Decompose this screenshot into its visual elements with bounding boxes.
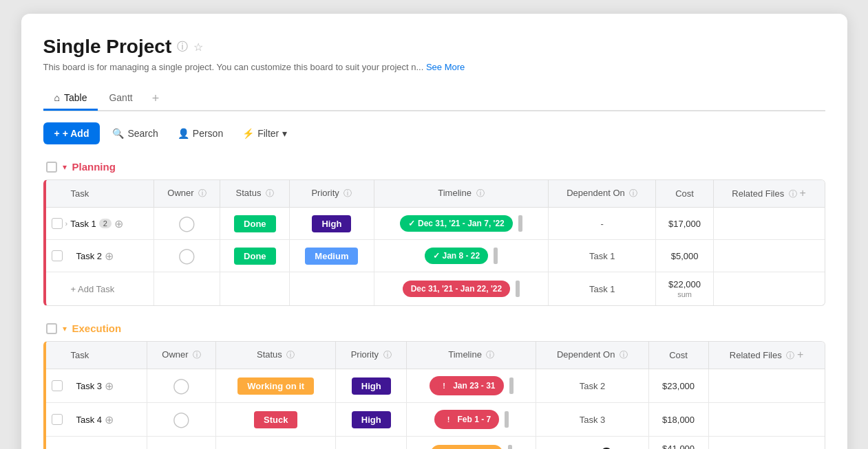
th-cost: Cost: [656, 180, 713, 208]
th-owner: Owner ⓘ: [154, 180, 220, 208]
related-files-add[interactable]: +: [797, 349, 803, 360]
planning-title: Planning: [72, 161, 116, 173]
task-name: Task 3: [65, 381, 103, 391]
timeline-bar[interactable]: [505, 411, 509, 428]
dependent-on: Task 1: [589, 251, 615, 261]
planning-section: ▾ Planning Task Owner ⓘ Status ⓘ Priorit…: [43, 161, 825, 306]
task-add-icon[interactable]: ⊕: [114, 217, 123, 230]
planning-table: Task Owner ⓘ Status ⓘ Priority ⓘ Timelin…: [46, 180, 825, 305]
row-checkbox[interactable]: [52, 380, 63, 391]
row-checkbox[interactable]: [52, 414, 63, 425]
add-task-row: + Add Task Dec 31, '21 - Jan 22, '22: [46, 272, 825, 306]
add-task-cell[interactable]: + Add Task: [46, 437, 147, 450]
priority-badge: High: [352, 411, 391, 428]
related-files-add[interactable]: +: [799, 187, 805, 199]
task-cell: Task 2 ⊕: [46, 240, 154, 272]
owner-cell: ◯: [147, 369, 216, 403]
exclaim-icon: !: [438, 380, 450, 392]
main-card: Single Project ⓘ ☆ This board is for man…: [21, 14, 847, 449]
dependent-on: -: [601, 219, 604, 229]
expand-icon[interactable]: ›: [65, 219, 68, 228]
th-priority: Priority ⓘ: [290, 180, 374, 208]
task-name: Task 1: [70, 219, 96, 229]
task-cell: › Task 1 2 ⊕: [46, 208, 154, 240]
add-task-cell[interactable]: + Add Task: [46, 272, 154, 306]
star-icon[interactable]: ☆: [193, 41, 203, 54]
status-badge: Done: [234, 215, 276, 232]
execution-checkbox[interactable]: [46, 323, 57, 334]
timeline-cell: ✓ Jan 8 - 22: [374, 240, 548, 272]
related-files-cell: [713, 240, 824, 272]
timeline-badge: ! Jan 23 - 31: [430, 376, 503, 395]
owner-cell: ◯: [154, 240, 220, 272]
timeline-bar[interactable]: [494, 248, 498, 264]
priority-cell[interactable]: High: [290, 208, 374, 240]
info-icon[interactable]: ⓘ: [177, 40, 188, 54]
planning-chevron[interactable]: ▾: [63, 162, 67, 172]
task-add-icon[interactable]: ⊕: [105, 413, 114, 426]
subtask-count: 2: [99, 219, 112, 228]
dependent-on-cell: Task 1: [549, 240, 656, 272]
cost-value: $17,000: [668, 219, 701, 229]
task-name: Task 4: [65, 415, 103, 425]
see-more-link[interactable]: See More: [426, 62, 465, 72]
status-cell[interactable]: Stuck: [216, 403, 336, 437]
priority-cell[interactable]: High: [336, 403, 407, 437]
timeline-bar[interactable]: [516, 281, 520, 297]
th-cost: Cost: [648, 342, 708, 369]
task-cell: Task 4 ⊕: [46, 403, 147, 437]
timeline-bar[interactable]: [509, 377, 514, 394]
status-badge: Working on it: [237, 377, 314, 395]
check-icon: ✓: [408, 219, 415, 228]
task-add-icon[interactable]: ⊕: [105, 250, 114, 263]
related-files-cell: [708, 369, 824, 403]
add-button[interactable]: + + Add: [43, 122, 100, 144]
planning-checkbox[interactable]: [46, 162, 57, 173]
search-button[interactable]: 🔍 Search: [105, 124, 165, 143]
dependent-on-cell: -: [549, 208, 656, 240]
sum-cost-cell: $41,000 sum: [648, 437, 708, 450]
empty-cell: [154, 272, 220, 306]
empty-cell: [713, 272, 824, 306]
task-cell: Task 3 ⊕: [46, 369, 147, 403]
sum-cost-cell: $22,000 sum: [656, 272, 713, 306]
th-related-files: Related Files ⓘ +: [708, 342, 824, 369]
execution-header-row: Task Owner ⓘ Status ⓘ Priority ⓘ Timelin…: [46, 342, 825, 369]
priority-cell[interactable]: High: [336, 369, 407, 403]
status-cell[interactable]: Working on it: [216, 369, 336, 403]
person-button[interactable]: 👤 Person: [171, 124, 230, 143]
add-tab-button[interactable]: +: [144, 86, 168, 111]
th-timeline: Timeline ⓘ: [407, 342, 536, 369]
tab-gantt[interactable]: Gantt: [98, 87, 143, 111]
sum-label: sum: [677, 290, 692, 298]
timeline-cell: ! Feb 1 - 7: [407, 403, 536, 437]
row-checkbox[interactable]: [52, 250, 63, 261]
table-row: Task 4 ⊕ ◯ Stuck High: [46, 403, 825, 437]
execution-section: ▾ Execution Task Owner ⓘ Status ⓘ Priori…: [43, 322, 825, 449]
task-add-icon[interactable]: ⊕: [105, 380, 114, 393]
search-icon: 🔍: [112, 128, 124, 139]
cost-value: $18,000: [662, 415, 695, 425]
th-dependent-on: Dependent On ⓘ: [536, 342, 648, 369]
timeline-bar[interactable]: [508, 445, 512, 449]
status-cell[interactable]: Done: [220, 240, 290, 272]
tab-bar: ⌂ Table Gantt +: [43, 86, 825, 111]
priority-badge: Medium: [305, 248, 358, 265]
timeline-bar[interactable]: [518, 215, 522, 232]
filter-button[interactable]: ⚡ Filter ▾: [235, 124, 294, 143]
dependent-on: Task 2: [580, 381, 606, 391]
execution-table: Task Owner ⓘ Status ⓘ Priority ⓘ Timelin…: [46, 342, 825, 449]
sum-timeline-badge: Dec 31, '21 - Jan 22, '22: [403, 281, 510, 297]
cost-value: $5,000: [671, 251, 699, 261]
tab-table[interactable]: ⌂ Table: [43, 87, 98, 111]
row-checkbox[interactable]: [52, 218, 63, 229]
status-cell[interactable]: Done: [220, 208, 290, 240]
th-timeline: Timeline ⓘ: [374, 180, 548, 208]
empty-cell: [336, 437, 407, 450]
sum-cost: $22,000: [668, 279, 701, 289]
check-icon: ✓: [433, 251, 440, 261]
execution-chevron[interactable]: ▾: [63, 324, 67, 333]
th-task: Task: [46, 342, 147, 369]
sum-dependent-on-cell: Task 1: [549, 272, 656, 306]
priority-cell[interactable]: Medium: [290, 240, 374, 272]
